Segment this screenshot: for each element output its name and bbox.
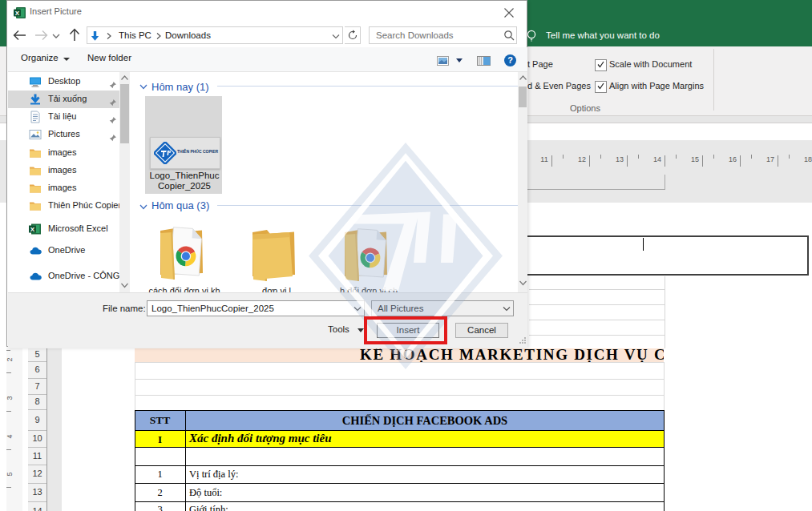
svg-text:X: X	[15, 10, 20, 17]
svg-text:X: X	[30, 226, 35, 233]
